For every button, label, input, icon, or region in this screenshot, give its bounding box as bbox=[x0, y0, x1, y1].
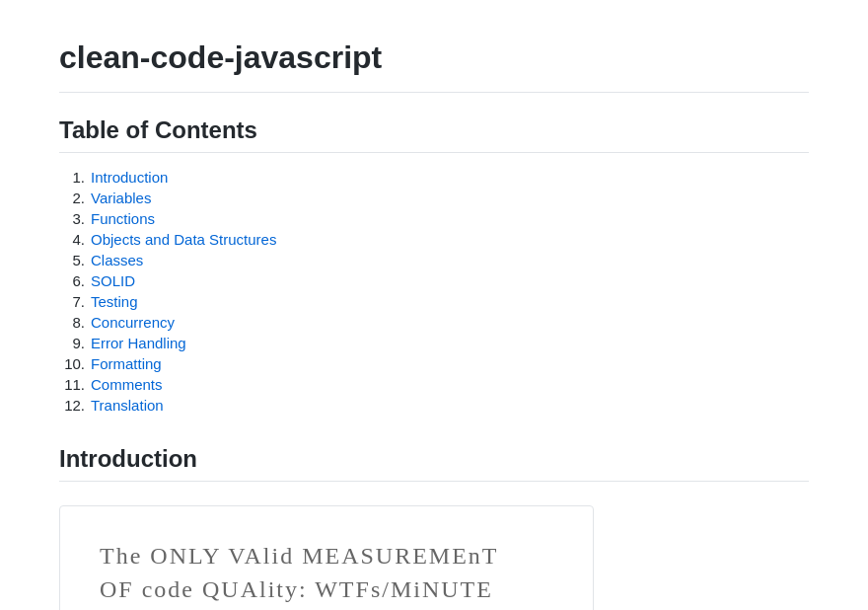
toc-item: 8.Concurrency bbox=[59, 314, 809, 331]
toc-item-number: 4. bbox=[59, 231, 91, 248]
toc-item: 1.Introduction bbox=[59, 169, 809, 186]
toc-item-link[interactable]: Comments bbox=[91, 376, 163, 393]
wtf-line2: OF code QUAlity: WTFs/MiNUTE bbox=[100, 576, 493, 602]
page-title: clean-code-javascript bbox=[59, 39, 809, 93]
toc-item-number: 10. bbox=[59, 355, 91, 372]
wtf-drawing: The ONLY VAlid MEASUREMEnT OF code QUAli… bbox=[90, 526, 563, 610]
toc-item: 12.Translation bbox=[59, 397, 809, 414]
toc-item-link[interactable]: Classes bbox=[91, 252, 143, 268]
toc-item: 4.Objects and Data Structures bbox=[59, 231, 809, 248]
toc-item-link[interactable]: Variables bbox=[91, 190, 151, 206]
toc-item-link[interactable]: Testing bbox=[91, 293, 138, 310]
toc-item: 9.Error Handling bbox=[59, 335, 809, 351]
toc-item-link[interactable]: Introduction bbox=[91, 169, 168, 186]
toc-item-number: 7. bbox=[59, 293, 91, 310]
toc-item-number: 12. bbox=[59, 397, 91, 414]
toc-item-number: 3. bbox=[59, 210, 91, 227]
toc-item-link[interactable]: Functions bbox=[91, 210, 155, 227]
toc-item-number: 6. bbox=[59, 272, 91, 289]
toc-item-link[interactable]: Error Handling bbox=[91, 335, 186, 351]
toc-item-link[interactable]: Formatting bbox=[91, 355, 162, 372]
toc-list: 1.Introduction2.Variables3.Functions4.Ob… bbox=[59, 169, 809, 414]
introduction-heading: Introduction bbox=[59, 445, 809, 482]
toc-item-number: 1. bbox=[59, 169, 91, 186]
toc-item-link[interactable]: SOLID bbox=[91, 272, 135, 289]
toc-item-link[interactable]: Objects and Data Structures bbox=[91, 231, 276, 248]
wtf-line1: The ONLY VAlid MEASUREMEnT bbox=[100, 543, 499, 569]
toc-item: 11.Comments bbox=[59, 376, 809, 393]
toc-item: 10.Formatting bbox=[59, 355, 809, 372]
toc-item: 6.SOLID bbox=[59, 272, 809, 289]
toc-item-number: 2. bbox=[59, 190, 91, 206]
toc-item-link[interactable]: Concurrency bbox=[91, 314, 175, 331]
toc-heading: Table of Contents bbox=[59, 116, 809, 153]
toc-item-number: 5. bbox=[59, 252, 91, 268]
toc-item: 3.Functions bbox=[59, 210, 809, 227]
toc-item-number: 11. bbox=[59, 376, 91, 393]
toc-item: 7.Testing bbox=[59, 293, 809, 310]
toc-item: 5.Classes bbox=[59, 252, 809, 268]
toc-item-number: 9. bbox=[59, 335, 91, 351]
toc-item: 2.Variables bbox=[59, 190, 809, 206]
toc-item-link[interactable]: Translation bbox=[91, 397, 164, 414]
toc-item-number: 8. bbox=[59, 314, 91, 331]
wtf-image: The ONLY VAlid MEASUREMEnT OF code QUAli… bbox=[59, 505, 594, 610]
